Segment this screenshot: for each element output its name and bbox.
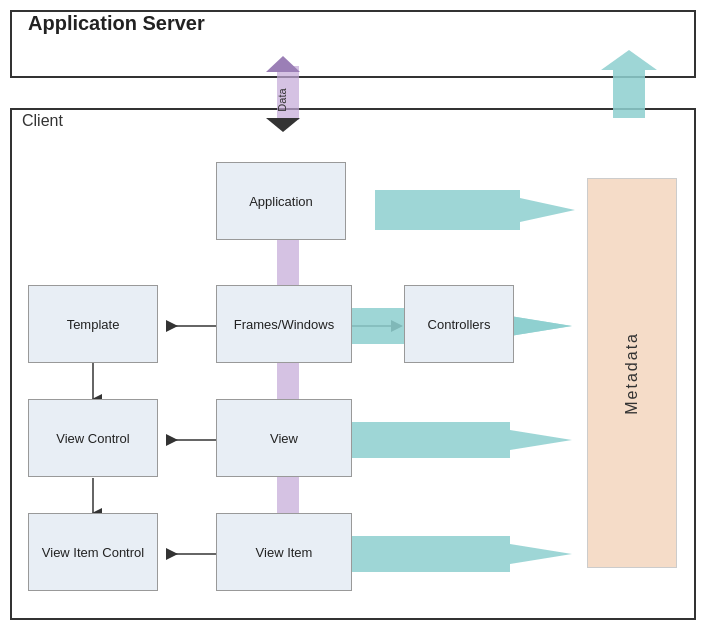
app-server-label: Application Server bbox=[12, 0, 221, 52]
view-control-label: View Control bbox=[56, 431, 129, 446]
client-label: Client bbox=[22, 112, 63, 130]
controllers-label: Controllers bbox=[428, 317, 491, 332]
frames-windows-box: Frames/Windows bbox=[216, 285, 352, 363]
frames-windows-label: Frames/Windows bbox=[234, 317, 334, 332]
view-box: View bbox=[216, 399, 352, 477]
template-label: Template bbox=[67, 317, 120, 332]
metadata-label: Metadata bbox=[623, 332, 641, 415]
application-box: Application bbox=[216, 162, 346, 240]
metadata-box: Metadata bbox=[587, 178, 677, 568]
view-item-box: View Item bbox=[216, 513, 352, 591]
template-box: Template bbox=[28, 285, 158, 363]
view-item-label: View Item bbox=[256, 545, 313, 560]
controllers-box: Controllers bbox=[404, 285, 514, 363]
view-control-box: View Control bbox=[28, 399, 158, 477]
app-server-box: Application Server bbox=[10, 10, 696, 78]
view-item-control-box: View Item Control bbox=[28, 513, 158, 591]
view-label: View bbox=[270, 431, 298, 446]
application-label: Application bbox=[249, 194, 313, 209]
diagram-wrapper: Application Server Client bbox=[0, 0, 708, 631]
view-item-control-label: View Item Control bbox=[42, 545, 144, 560]
